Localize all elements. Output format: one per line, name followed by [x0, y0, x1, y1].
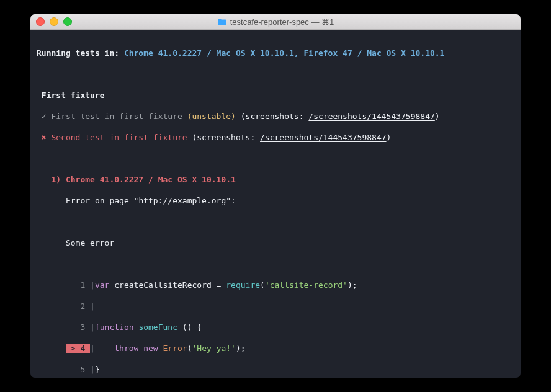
test1-close: ): [435, 112, 440, 121]
test2-name: Second test in first fixture: [51, 133, 187, 142]
browser-list: Chrome 41.0.2227 / Mac OS X 10.10.1, Fir…: [124, 48, 445, 58]
fail-mark-icon: ✖: [42, 133, 47, 142]
error-line-marker: > 4: [66, 344, 90, 353]
some-error: Some error: [66, 238, 114, 247]
error-browser: Chrome 41.0.2227 / Mac OS X 10.10.1: [66, 175, 236, 184]
zoom-icon[interactable]: [63, 17, 72, 26]
error-page-post: ":: [226, 196, 236, 205]
error-page-pre: Error on page ": [66, 196, 138, 205]
lineno-3: 3: [80, 323, 85, 332]
running-label: Running tests in:: [37, 48, 119, 58]
test2-close: ): [387, 133, 392, 142]
test1-shots-label: (screenshots:: [236, 112, 308, 121]
window-title: testcafe-reporter-spec — ⌘1: [217, 17, 334, 27]
minimize-icon[interactable]: [50, 17, 58, 26]
test1-screenshot-link[interactable]: /screenshots/1445437598847: [308, 112, 435, 121]
error-page-url[interactable]: http://example.org: [138, 196, 226, 205]
unstable-tag: (unstable): [187, 112, 236, 121]
window-title-text: testcafe-reporter-spec — ⌘1: [230, 17, 334, 27]
lineno-5: 5: [80, 365, 85, 374]
traffic-lights: [36, 17, 72, 26]
test2-screenshot-link[interactable]: /screenshots/1445437598847: [260, 133, 387, 142]
kw-var: var: [95, 280, 109, 290]
error-index: 1): [51, 175, 61, 184]
folder-icon: [217, 18, 226, 25]
window-titlebar[interactable]: testcafe-reporter-spec — ⌘1: [30, 14, 521, 30]
terminal-window: testcafe-reporter-spec — ⌘1 Running test…: [30, 14, 521, 378]
lineno-2: 2: [80, 301, 85, 311]
terminal-body[interactable]: Running tests in: Chrome 41.0.2227 / Mac…: [30, 30, 521, 378]
lineno-1: 1: [80, 280, 85, 290]
close-icon[interactable]: [36, 17, 45, 26]
test1-name: First test in first fixture: [51, 112, 182, 121]
test2-shots-label: (screenshots:: [187, 133, 260, 142]
pass-mark-icon: ✓: [42, 112, 47, 121]
fixture-name: First fixture: [42, 91, 105, 100]
